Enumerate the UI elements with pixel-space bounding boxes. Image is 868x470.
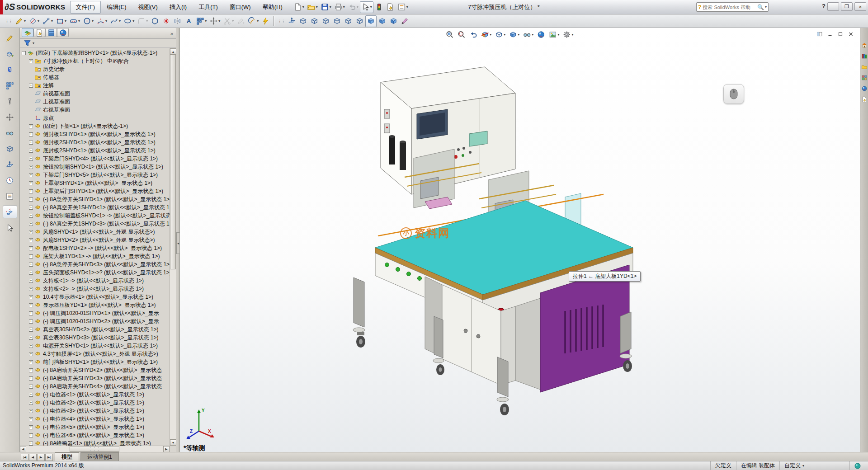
expand-icon[interactable]: + (29, 401, 33, 405)
view-orientation-button[interactable]: ▾ (493, 29, 507, 40)
expand-icon[interactable]: + (29, 368, 33, 372)
mirror-entities-button[interactable] (172, 15, 183, 27)
instant-2d-button[interactable] (260, 15, 271, 27)
select-arrow-button[interactable]: ▾ (360, 1, 373, 13)
edit-appearance-button[interactable] (535, 29, 547, 40)
doc-minimize-button[interactable] (826, 30, 835, 38)
expand-icon[interactable]: + (29, 352, 33, 356)
trim-entities-button[interactable]: ▾ (222, 15, 235, 27)
view-trimetric-button[interactable] (377, 15, 388, 27)
view-dimetric-button[interactable] (388, 15, 399, 27)
tree-item[interactable]: +按钮控制箱SHYD<1> (默认<<默认>_显示状态 1>) (20, 163, 176, 171)
undo-button[interactable]: ▾ (346, 1, 360, 13)
expand-icon[interactable]: + (29, 385, 33, 389)
pane-layout-button[interactable] (815, 30, 824, 38)
tree-item[interactable]: +风扇SHYD<1> (默认<<默认>_外观 显示状态>) (20, 228, 176, 236)
expand-icon[interactable]: + (29, 206, 33, 210)
expand-icon[interactable]: + (29, 263, 33, 267)
tree-vertical-scrollbar[interactable]: ▲ ▼ (170, 48, 176, 446)
tree-item[interactable]: +配电板1SHYD<2> -> (默认<<默认>_显示状态 1>) (20, 244, 176, 252)
ellipse-button[interactable]: ▾ (122, 15, 136, 27)
new-motion-study-button[interactable] (3, 174, 17, 187)
expand-icon[interactable]: + (29, 173, 33, 177)
rebuild-button[interactable] (373, 1, 385, 13)
expand-icon[interactable]: + (29, 409, 33, 413)
propertymanager-tab[interactable] (33, 28, 45, 37)
tree-item[interactable]: +上罩架后门SHYD<1> (默认<<默认>_显示状态 1>) (20, 187, 176, 195)
mouse-gesture-button[interactable] (723, 84, 744, 104)
status-custom-menu[interactable]: 自定义▾ (779, 461, 809, 470)
previous-view-button[interactable] (467, 29, 479, 40)
search-dropdown-icon[interactable]: ▾ (765, 5, 767, 9)
tree-item[interactable]: −(固定) 下底架装配图SHYD<1> (默认<显示状态-1>) (20, 49, 176, 57)
save-button[interactable]: ▾ (319, 1, 333, 13)
tree-item[interactable]: +(-) 8A真空开关1SHYD<3> (默认<<默认>_显示状态 1>) (20, 220, 176, 228)
view-bottom-button[interactable] (354, 15, 365, 27)
exploded-view-button[interactable] (3, 206, 17, 218)
tree-item[interactable]: +7寸脉冲预压机（上对位） 中的配合 (20, 57, 176, 65)
polygon-button[interactable] (149, 15, 160, 27)
tree-item[interactable]: +底封板2SHYD<1> (默认<<默认>_显示状态 1>) (20, 146, 176, 155)
zoom-to-fit-button[interactable] (444, 29, 455, 40)
design-library-tab[interactable] (861, 52, 868, 60)
linear-component-pattern-button[interactable] (3, 79, 17, 92)
move-component-button[interactable] (3, 111, 17, 123)
expand-icon[interactable]: + (29, 238, 33, 242)
filter-icon[interactable]: ▾ (22, 38, 36, 49)
panel-splitter[interactable]: ◂ (176, 28, 180, 452)
section-view-button[interactable]: ▾ (479, 29, 493, 40)
tree-item[interactable]: 历史记录 (20, 65, 176, 73)
tree-item[interactable]: +(-) 8A启动开关SHYD<2> (默认<<默认>_显示状态 (20, 366, 176, 374)
tree-item[interactable]: +风扇SHYD<2> (默认<<默认>_外观 显示状态>) (20, 236, 176, 244)
expand-icon[interactable]: + (29, 336, 33, 340)
circle-button[interactable]: ▾ (81, 15, 95, 27)
view-left-button[interactable] (320, 15, 331, 27)
tree-item[interactable]: +侧封板1SHYD<1> (默认<<默认>_显示状态 1>) (20, 130, 176, 138)
tree-item[interactable]: 右视基准面 (20, 106, 176, 114)
expand-icon[interactable]: + (29, 132, 33, 136)
expand-icon[interactable]: + (29, 124, 33, 128)
normal-to-button[interactable] (286, 15, 297, 27)
close-button[interactable]: × (854, 2, 866, 11)
tree-item[interactable]: +4.3寸触摸屏<1> (默认<<默认>_外观 显示状态>) (20, 350, 176, 358)
expand-icon[interactable]: + (29, 417, 33, 421)
expand-icon[interactable]: + (29, 303, 33, 307)
tree-item[interactable]: +支持板<1> -> (默认<<默认>_显示状态 1>) (20, 277, 176, 285)
expand-icon[interactable]: + (29, 311, 33, 315)
tree-item[interactable]: +下架后门SHYD<4> (默认<<默认>_显示状态 1>) (20, 155, 176, 163)
expand-icon[interactable]: + (29, 433, 33, 437)
menu-insert[interactable]: 插入(I) (164, 1, 193, 14)
expand-icon[interactable]: + (29, 442, 33, 446)
expand-icon[interactable]: + (29, 295, 33, 299)
open-file-button[interactable]: ▾ (306, 1, 319, 13)
search-input[interactable] (703, 5, 757, 10)
options-button[interactable]: ▾ (396, 1, 410, 13)
expand-icon[interactable]: + (29, 376, 33, 381)
tree-item[interactable]: +(-) 电位器<3> (默认<<默认>_显示状态 1>) (20, 407, 176, 415)
tab-scroll-prev-button[interactable]: ◀ (29, 454, 37, 461)
appearances-tab[interactable] (861, 85, 868, 92)
tree-item[interactable]: +(-) 调压阀1020-01SHYD<2> (默认<<默认>_显示 (20, 317, 176, 325)
tab-scroll-last-button[interactable]: ▶| (45, 454, 53, 461)
vscroll-down-arrow[interactable]: ▼ (170, 439, 176, 446)
splitter-collapse-button[interactable]: ◂ (176, 232, 180, 254)
tree-item[interactable]: +前门挡板SHYD<1> (默认<<默认>_显示状态 1>) (20, 358, 176, 366)
expand-icon[interactable]: + (29, 222, 33, 226)
doc-close-button[interactable] (846, 30, 855, 38)
minimize-button[interactable]: − (827, 2, 839, 11)
assembly-features-button[interactable] (3, 142, 17, 155)
tree-item[interactable]: +(-) 电位器<4> (默认<<默认>_显示状态 1>) (20, 415, 176, 423)
menu-file[interactable]: 文件(F) (70, 1, 101, 14)
sketch-fillet-button[interactable]: ▾ (136, 15, 149, 27)
tree-item[interactable]: +电源开关SHYD<1> (默认<<默认>_显示状态 1>) (20, 342, 176, 350)
expand-icon[interactable]: + (29, 230, 33, 234)
expand-icon[interactable]: + (29, 320, 33, 324)
tree-item[interactable]: +真空表30SHYD<3> (默认<<默认>_显示状态 1>) (20, 334, 176, 342)
show-hidden-components-button[interactable] (3, 127, 17, 139)
tree-item[interactable]: 前视基准面 (20, 89, 176, 98)
view-palette-tab[interactable] (861, 74, 868, 81)
tree-item[interactable]: +显示器压板YD<1> (默认<<默认>_显示状态 1>) (20, 301, 176, 309)
spline-button[interactable]: ▾ (108, 15, 122, 27)
view-settings-button[interactable]: ▾ (561, 29, 575, 40)
tree-item[interactable]: +(-) 电位器<6> (默认<<默认>_显示状态 1>) (20, 431, 176, 439)
